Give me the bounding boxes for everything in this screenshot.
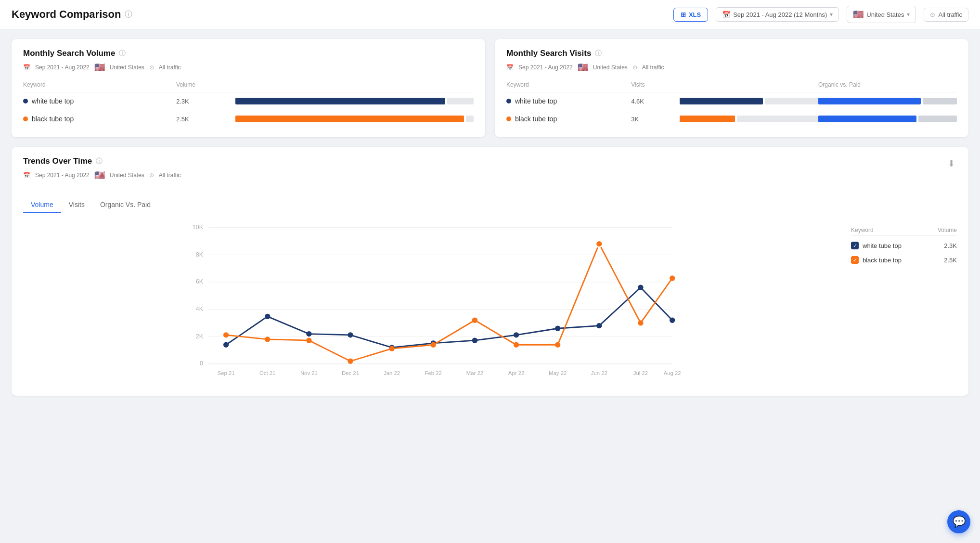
trend-svg: 10K 8K 6K 4K 2K 0 Sep 21 Oct 21 <box>23 221 841 385</box>
svg-point-36 <box>223 332 229 337</box>
chart-area: 10K 8K 6K 4K 2K 0 Sep 21 Oct 21 <box>23 221 957 386</box>
info-icon: ⓘ <box>595 49 602 58</box>
flag-icon: 🇺🇸 <box>94 170 105 181</box>
svg-point-43 <box>514 342 519 348</box>
bar-fill <box>235 98 445 104</box>
flag-icon: 🇺🇸 <box>853 9 864 20</box>
svg-point-32 <box>555 326 560 331</box>
tab-organic-vs-paid[interactable]: Organic Vs. Paid <box>92 197 158 213</box>
organic-bar-gray <box>918 116 957 122</box>
page-title: Keyword Comparison <box>12 8 121 21</box>
trends-subtitle: 📅 Sep 2021 - Aug 2022 🇺🇸 United States ⊙… <box>23 170 181 181</box>
visits-bar-fill <box>680 116 735 122</box>
visits-bar-cell <box>680 110 818 128</box>
trends-title: Trends Over Time ⓘ <box>23 156 181 166</box>
main-content: Monthly Search Volume ⓘ 📅 Sep 2021 - Aug… <box>0 29 980 405</box>
organic-bar-blue <box>818 116 916 122</box>
keyword-label: black tube top <box>515 115 557 123</box>
traffic-icon: ⊙ <box>149 172 154 179</box>
svg-point-26 <box>306 331 311 336</box>
monthly-search-volume-card: Monthly Search Volume ⓘ 📅 Sep 2021 - Aug… <box>12 39 485 137</box>
legend-keyword-black: black tube top <box>863 257 940 264</box>
trends-card: Trends Over Time ⓘ 📅 Sep 2021 - Aug 2022… <box>12 147 968 396</box>
traffic-button[interactable]: ⊙ All traffic <box>924 8 968 22</box>
organic-bar-cell <box>818 92 957 110</box>
keyword-label: white tube top <box>32 97 74 105</box>
svg-text:Jan 22: Jan 22 <box>384 370 400 376</box>
svg-text:Oct 21: Oct 21 <box>259 370 275 376</box>
visits-value: 4.6K <box>631 92 680 110</box>
title-info-icon: ⓘ <box>125 10 132 20</box>
table-row: black tube top 3K <box>506 110 957 128</box>
keyword-cell: black tube top <box>23 110 176 128</box>
svg-text:Apr 22: Apr 22 <box>508 370 524 376</box>
keyword-label: black tube top <box>32 115 74 123</box>
trends-left: Trends Over Time ⓘ 📅 Sep 2021 - Aug 2022… <box>23 156 181 189</box>
header: Keyword Comparison ⓘ ⊞ XLS 📅 Sep 2021 - … <box>0 0 980 29</box>
calendar-icon: 📅 <box>506 64 514 71</box>
card-title: Monthly Search Visits ⓘ <box>506 49 957 58</box>
monthly-search-visits-card: Monthly Search Visits ⓘ 📅 Sep 2021 - Aug… <box>495 39 968 137</box>
visits-bar-cell <box>680 92 818 110</box>
country-button[interactable]: 🇺🇸 United States ▾ <box>847 6 916 23</box>
bar-cell <box>235 110 474 128</box>
organic-bar-blue <box>818 98 921 104</box>
calendar-icon: 📅 <box>722 11 730 18</box>
card-subtitle: 📅 Sep 2021 - Aug 2022 🇺🇸 United States ⊙… <box>506 62 957 73</box>
legend-keyword-white: white tube top <box>863 242 940 249</box>
info-icon: ⓘ <box>119 49 126 58</box>
legend-checkbox-orange[interactable]: ✓ <box>851 256 859 264</box>
svg-point-41 <box>431 342 436 348</box>
svg-point-35 <box>670 318 675 323</box>
visits-bar-remainder <box>765 98 818 104</box>
legend-checkbox-blue[interactable]: ✓ <box>851 242 859 249</box>
organic-bar-gray <box>923 98 957 104</box>
col-keyword: Keyword <box>506 81 631 92</box>
volume-table: Keyword Volume white tube top 2.3K <box>23 81 474 128</box>
svg-text:6K: 6K <box>196 278 204 285</box>
traffic-icon: ⊙ <box>149 64 154 71</box>
legend-keyword-label: Keyword <box>851 227 874 233</box>
svg-point-27 <box>348 332 353 337</box>
svg-point-45 <box>596 241 603 247</box>
chart-tabs: Volume Visits Organic Vs. Paid <box>23 197 957 213</box>
organic-bar-cell <box>818 110 957 128</box>
chart-container: 10K 8K 6K 4K 2K 0 Sep 21 Oct 21 <box>23 221 841 386</box>
svg-text:Mar 22: Mar 22 <box>466 370 483 376</box>
flag-icon: 🇺🇸 <box>94 62 105 73</box>
svg-point-39 <box>348 359 353 364</box>
svg-point-25 <box>265 314 270 319</box>
card-subtitle: 📅 Sep 2021 - Aug 2022 🇺🇸 United States ⊙… <box>23 62 474 73</box>
chart-legend: Keyword Volume ✓ white tube top 2.3K ✓ b… <box>851 221 957 386</box>
bar-remainder <box>447 98 474 104</box>
blue-dot <box>506 99 511 103</box>
svg-text:2K: 2K <box>196 333 204 340</box>
svg-text:0: 0 <box>200 360 203 367</box>
xls-button[interactable]: ⊞ XLS <box>673 8 708 22</box>
bar-fill <box>235 116 464 122</box>
calendar-icon: 📅 <box>23 64 30 71</box>
traffic-icon: ⊙ <box>930 11 935 18</box>
col-keyword: Keyword <box>23 81 176 92</box>
svg-point-30 <box>472 338 477 343</box>
col-visits: Visits <box>631 81 680 92</box>
download-button[interactable]: ⬇ <box>946 156 957 171</box>
bar-cell <box>235 92 474 110</box>
flag-icon: 🇺🇸 <box>578 62 588 73</box>
tab-visits[interactable]: Visits <box>61 197 92 213</box>
bar-remainder <box>466 116 474 122</box>
svg-point-47 <box>670 275 675 281</box>
tab-volume[interactable]: Volume <box>23 197 61 213</box>
visits-table: Keyword Visits Organic vs. Paid white tu… <box>506 81 957 128</box>
legend-header: Keyword Volume <box>851 227 957 236</box>
svg-point-33 <box>596 323 602 328</box>
svg-point-42 <box>472 318 477 323</box>
traffic-icon: ⊙ <box>632 64 637 71</box>
svg-text:Aug 22: Aug 22 <box>664 370 681 376</box>
date-range-button[interactable]: 📅 Sep 2021 - Aug 2022 (12 Months) ▾ <box>716 7 839 22</box>
trends-header: Trends Over Time ⓘ 📅 Sep 2021 - Aug 2022… <box>23 156 957 189</box>
table-row: black tube top 2.5K <box>23 110 474 128</box>
legend-volume-label: Volume <box>938 227 957 233</box>
volume-value: 2.3K <box>176 92 236 110</box>
svg-point-31 <box>514 332 519 337</box>
